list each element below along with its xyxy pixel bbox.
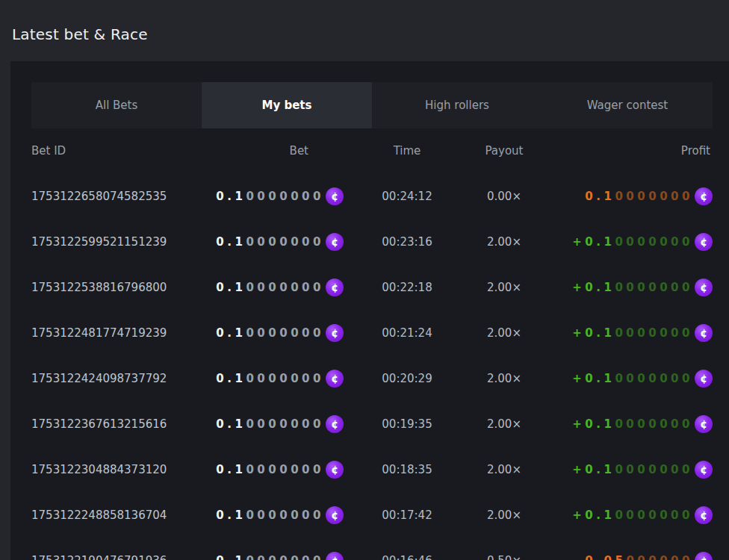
cent-coin-icon: ¢ <box>326 506 344 524</box>
profit-main: +0.1 <box>572 417 615 431</box>
bet-id-cell: 1753122599521151239 <box>31 235 192 249</box>
bet-amount-cell: 0.10000000 ¢ <box>192 506 344 524</box>
table-row[interactable]: 1753122658074582535 0.10000000 ¢ 00:24:1… <box>31 173 713 219</box>
cent-coin-icon: ¢ <box>695 415 713 433</box>
column-header-payout: Payout <box>471 144 538 158</box>
table-row[interactable]: 1753122248858136704 0.10000000 ¢ 00:17:4… <box>31 492 713 538</box>
tab-all-bets[interactable]: All Bets <box>31 82 202 128</box>
bet-amount-main: 0.1 <box>216 417 246 431</box>
payout-cell: 2.00× <box>471 372 538 385</box>
profit-zeros: 0000000 <box>615 235 693 249</box>
payout-cell: 2.00× <box>471 417 538 431</box>
column-header-time: Time <box>344 144 471 158</box>
profit-cell: 0.10000000 ¢ <box>538 187 713 205</box>
profit-zeros: 0000000 <box>615 417 693 431</box>
payout-cell: 2.00× <box>471 281 538 294</box>
profit-main: +0.1 <box>572 508 615 522</box>
table-row[interactable]: 1753122424098737792 0.10000000 ¢ 00:20:2… <box>31 355 713 401</box>
cent-coin-icon: ¢ <box>326 415 344 433</box>
time-cell: 00:17:42 <box>344 508 471 522</box>
profit-cell: 0.05000000 ¢ <box>538 552 713 560</box>
cent-coin-icon: ¢ <box>695 233 713 251</box>
profit-main: +0.1 <box>572 372 615 385</box>
bet-id-cell: 1753122248858136704 <box>31 508 192 522</box>
page-title: Latest bet & Race <box>12 25 148 43</box>
profit-main: +0.1 <box>572 463 615 476</box>
tab-label: High rollers <box>425 99 489 112</box>
table-row[interactable]: 1753122538816796800 0.10000000 ¢ 00:22:1… <box>31 264 713 310</box>
cent-coin-icon: ¢ <box>695 370 713 388</box>
profit-cell: +0.10000000 ¢ <box>538 233 713 251</box>
bet-amount-main: 0.1 <box>216 372 246 385</box>
bet-amount-zeros: 0000000 <box>246 235 324 249</box>
bet-id-cell: 1753122481774719239 <box>31 326 192 340</box>
bet-id-cell: 1753122424098737792 <box>31 372 192 385</box>
time-cell: 00:18:35 <box>344 463 471 476</box>
time-cell: 00:24:12 <box>344 190 471 203</box>
bet-amount-zeros: 0000000 <box>246 372 324 385</box>
table-row[interactable]: 1753122599521151239 0.10000000 ¢ 00:23:1… <box>31 219 713 264</box>
bet-amount-zeros: 0000000 <box>246 417 324 431</box>
cent-coin-icon: ¢ <box>695 187 713 205</box>
payout-cell: 0.00× <box>471 190 538 203</box>
bet-amount-main: 0.1 <box>216 463 246 476</box>
payout-cell: 2.00× <box>471 463 538 476</box>
bet-amount-cell: 0.10000000 ¢ <box>192 370 344 388</box>
bet-amount-cell: 0.10000000 ¢ <box>192 187 344 205</box>
cent-coin-icon: ¢ <box>326 279 344 296</box>
bet-id-cell: 1753122658074582535 <box>31 190 192 203</box>
payout-cell: 2.00× <box>471 326 538 340</box>
bet-amount-main: 0.1 <box>216 281 246 294</box>
cent-coin-icon: ¢ <box>326 461 344 479</box>
cent-coin-icon: ¢ <box>695 506 713 524</box>
bet-amount-cell: 0.10000000 ¢ <box>192 415 344 433</box>
table-row[interactable]: 1753122304884373120 0.10000000 ¢ 00:18:3… <box>31 447 713 492</box>
bet-amount-zeros: 0000000 <box>246 281 324 294</box>
profit-main: +0.1 <box>572 281 615 294</box>
time-cell: 00:21:24 <box>344 326 471 340</box>
bet-amount-main: 0.1 <box>216 235 246 249</box>
profit-zeros: 0000000 <box>615 281 693 294</box>
profit-zeros: 000000 <box>626 554 693 560</box>
profit-zeros: 0000000 <box>615 508 693 522</box>
tab-wager-contest[interactable]: Wager contest <box>542 82 713 128</box>
bet-amount-cell: 0.10000000 ¢ <box>192 461 344 479</box>
time-cell: 00:23:16 <box>344 235 471 249</box>
profit-main: 0.05 <box>585 554 626 560</box>
payout-cell: 2.00× <box>471 508 538 522</box>
tab-label: My bets <box>262 99 312 112</box>
column-header-profit: Profit <box>538 144 713 158</box>
tab-label: All Bets <box>96 99 138 112</box>
cent-coin-icon: ¢ <box>326 187 344 205</box>
bet-id-cell: 1753122190476791936 <box>31 554 192 560</box>
table-row[interactable]: 1753122190476791936 0.10000000 ¢ 00:16:4… <box>31 538 713 560</box>
profit-zeros: 0000000 <box>615 190 693 203</box>
profit-cell: +0.10000000 ¢ <box>538 415 713 433</box>
table-body: 1753122658074582535 0.10000000 ¢ 00:24:1… <box>31 173 713 560</box>
time-cell: 00:22:18 <box>344 281 471 294</box>
cent-coin-icon: ¢ <box>326 552 344 560</box>
cent-coin-icon: ¢ <box>695 279 713 296</box>
column-header-bet: Bet <box>192 144 344 158</box>
bet-amount-cell: 0.10000000 ¢ <box>192 279 344 296</box>
profit-cell: +0.10000000 ¢ <box>538 279 713 296</box>
column-header-bet-id: Bet ID <box>31 144 192 158</box>
bet-amount-cell: 0.10000000 ¢ <box>192 233 344 251</box>
profit-zeros: 0000000 <box>615 326 693 340</box>
time-cell: 00:19:35 <box>344 417 471 431</box>
bet-amount-zeros: 0000000 <box>246 463 324 476</box>
profit-cell: +0.10000000 ¢ <box>538 461 713 479</box>
time-cell: 00:20:29 <box>344 372 471 385</box>
bet-amount-main: 0.1 <box>216 508 246 522</box>
profit-main: +0.1 <box>572 235 615 249</box>
tab-my-bets[interactable]: My bets <box>202 82 372 128</box>
payout-cell: 2.00× <box>471 235 538 249</box>
bet-id-cell: 1753122304884373120 <box>31 463 192 476</box>
bet-amount-cell: 0.10000000 ¢ <box>192 324 344 342</box>
profit-cell: +0.10000000 ¢ <box>538 324 713 342</box>
table-row[interactable]: 1753122481774719239 0.10000000 ¢ 00:21:2… <box>31 310 713 355</box>
profit-main: 0.1 <box>585 190 615 203</box>
profit-cell: +0.10000000 ¢ <box>538 506 713 524</box>
table-row[interactable]: 1753122367613215616 0.10000000 ¢ 00:19:3… <box>31 401 713 447</box>
tab-high-rollers[interactable]: High rollers <box>372 82 542 128</box>
